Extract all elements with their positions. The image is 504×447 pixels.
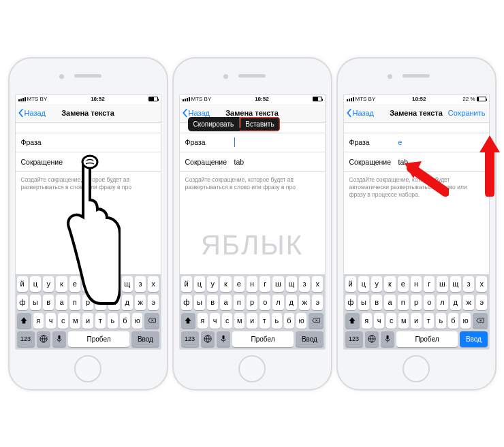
key-х[interactable]: х: [476, 276, 487, 292]
key-я[interactable]: я: [362, 313, 372, 329]
key-й[interactable]: й: [345, 276, 356, 292]
key-к[interactable]: к: [56, 276, 67, 292]
phrase-input[interactable]: e: [398, 138, 403, 146]
key-м[interactable]: м: [70, 313, 80, 329]
key-х[interactable]: х: [312, 276, 323, 292]
phrase-input[interactable]: [234, 137, 235, 147]
key-ц[interactable]: ц: [30, 276, 41, 292]
key-р[interactable]: р: [82, 295, 93, 310]
back-button[interactable]: Назад: [344, 108, 375, 118]
phrase-row[interactable]: Фраза: [16, 133, 161, 152]
key-mic[interactable]: [52, 331, 66, 347]
key-ю[interactable]: ю: [132, 313, 142, 329]
key-я[interactable]: я: [33, 313, 44, 329]
key-п[interactable]: п: [234, 295, 245, 310]
key-э[interactable]: э: [476, 295, 487, 310]
key-shift[interactable]: [181, 313, 195, 329]
key-а[interactable]: а: [384, 295, 395, 310]
key-х[interactable]: х: [148, 276, 159, 292]
keyboard[interactable]: йцукенгшщзхфывапролджэячсмитьбю123Пробел…: [344, 274, 489, 349]
key-у[interactable]: у: [371, 276, 382, 292]
key-ш[interactable]: ш: [437, 276, 447, 292]
key-э[interactable]: э: [148, 295, 159, 310]
context-copy[interactable]: Скопировать: [188, 117, 240, 131]
shortcut-row[interactable]: Сокращение tab: [344, 152, 489, 171]
save-button[interactable]: Сохранить: [448, 109, 489, 117]
key-mic[interactable]: [217, 331, 230, 347]
shortcut-row[interactable]: Сокращение: [16, 152, 161, 171]
key-ж[interactable]: ж: [135, 295, 146, 310]
key-ь[interactable]: ь: [108, 313, 118, 329]
key-backspace[interactable]: [144, 313, 159, 329]
key-ч[interactable]: ч: [210, 313, 220, 329]
key-ж[interactable]: ж: [463, 295, 474, 310]
key-и[interactable]: и: [411, 313, 421, 329]
key-space[interactable]: Пробел: [396, 331, 458, 347]
key-с[interactable]: с: [222, 313, 232, 329]
key-щ[interactable]: щ: [286, 276, 297, 292]
key-123[interactable]: 123: [181, 331, 199, 347]
key-space[interactable]: Пробел: [232, 331, 294, 347]
key-ы[interactable]: ы: [30, 295, 41, 310]
key-л[interactable]: л: [108, 295, 119, 310]
key-ч[interactable]: ч: [374, 313, 384, 329]
key-р[interactable]: р: [411, 295, 422, 310]
key-д[interactable]: д: [122, 295, 133, 310]
key-щ[interactable]: щ: [450, 276, 461, 292]
key-д[interactable]: д: [286, 295, 297, 310]
key-ь[interactable]: ь: [436, 313, 446, 329]
key-о[interactable]: о: [95, 295, 106, 310]
key-е[interactable]: е: [69, 276, 80, 292]
key-в[interactable]: в: [207, 295, 218, 310]
key-б[interactable]: б: [448, 313, 458, 329]
key-з[interactable]: з: [463, 276, 474, 292]
back-button[interactable]: Назад: [16, 108, 46, 118]
key-м[interactable]: м: [398, 313, 409, 329]
key-т[interactable]: т: [259, 313, 270, 329]
shortcut-input[interactable]: tab: [234, 158, 245, 166]
key-ь[interactable]: ь: [272, 313, 282, 329]
key-у[interactable]: у: [207, 276, 218, 292]
key-б[interactable]: б: [284, 313, 294, 329]
key-а[interactable]: а: [56, 295, 67, 310]
key-ф[interactable]: ф: [17, 295, 28, 310]
key-ф[interactable]: ф: [181, 295, 192, 310]
key-globe[interactable]: [201, 331, 215, 347]
key-ц[interactable]: ц: [358, 276, 369, 292]
key-е[interactable]: е: [234, 276, 245, 292]
home-button[interactable]: [238, 355, 266, 382]
key-ф[interactable]: ф: [345, 295, 356, 310]
key-р[interactable]: р: [247, 295, 257, 310]
key-е[interactable]: е: [398, 276, 409, 292]
key-т[interactable]: т: [95, 313, 106, 329]
key-globe[interactable]: [37, 331, 50, 347]
key-enter[interactable]: Ввод: [131, 331, 159, 347]
key-к[interactable]: к: [384, 276, 395, 292]
key-а[interactable]: а: [220, 295, 231, 310]
key-backspace[interactable]: [473, 313, 487, 329]
key-ю[interactable]: ю: [460, 313, 471, 329]
key-ц[interactable]: ц: [194, 276, 205, 292]
key-в[interactable]: в: [43, 295, 54, 310]
keyboard[interactable]: йцукенгшщзхфывапролджэячсмитьбю123Пробел…: [180, 274, 325, 349]
key-м[interactable]: м: [234, 313, 245, 329]
key-shift[interactable]: [345, 313, 360, 329]
key-ю[interactable]: ю: [296, 313, 306, 329]
key-ч[interactable]: ч: [46, 313, 56, 329]
key-з[interactable]: з: [299, 276, 310, 292]
phrase-row[interactable]: Фраза: [180, 133, 325, 152]
key-mic[interactable]: [381, 331, 394, 347]
keyboard[interactable]: йцукенгшщзхфывапролджэячсмитьбю123Пробел…: [16, 274, 161, 349]
key-п[interactable]: п: [69, 295, 80, 310]
key-г[interactable]: г: [95, 276, 106, 292]
key-space[interactable]: Пробел: [68, 331, 129, 347]
key-я[interactable]: я: [198, 313, 208, 329]
key-enter[interactable]: Ввод: [460, 331, 487, 347]
key-в[interactable]: в: [371, 295, 382, 310]
key-л[interactable]: л: [437, 295, 447, 310]
key-у[interactable]: у: [43, 276, 54, 292]
key-к[interactable]: к: [220, 276, 231, 292]
home-button[interactable]: [74, 355, 101, 382]
shortcut-input[interactable]: tab: [398, 158, 409, 166]
context-paste[interactable]: Вставить: [240, 117, 279, 131]
